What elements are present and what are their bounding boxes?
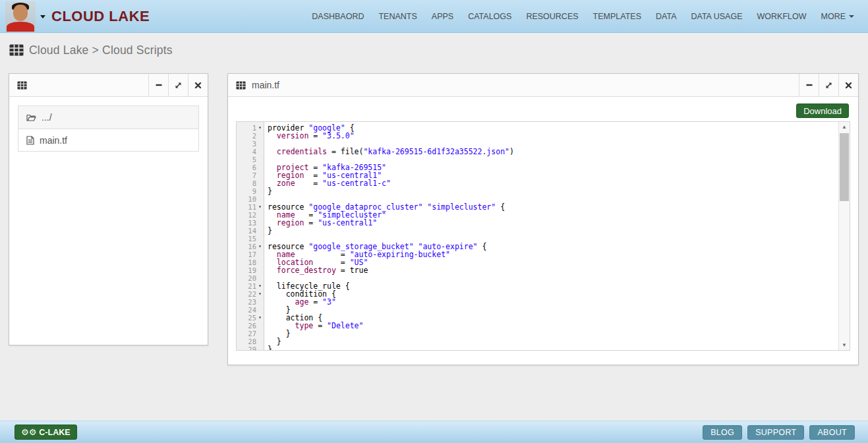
file-item-main.tf[interactable]: main.tf [18,129,198,151]
nav-item-data[interactable]: DATA [649,8,683,25]
file-item-...-[interactable]: .../ [18,106,198,129]
code-editor: 1▾234567891011▾1213141516▾1718192021▾22▾… [236,121,850,351]
line-number: 10 [248,195,256,203]
line-number: 20 [248,274,256,282]
expand-button[interactable] [819,74,838,96]
line-number: 29 [248,345,256,351]
code-line: version = "3.5.0" [268,132,838,140]
fold-toggle-icon[interactable]: ▾ [256,124,264,132]
fold-toggle-icon[interactable]: ▾ [256,314,264,322]
code-line: age = "3" [268,298,838,306]
line-number: 17 [248,251,256,258]
file-browser-header [9,74,208,97]
code-line: zone = "us-central1-c" [268,179,838,187]
code-line: } [268,187,838,195]
code-line: region = "us-central1" [268,219,838,227]
folder-icon [26,113,36,122]
support-button[interactable]: SUPPORT [747,425,804,440]
user-avatar[interactable] [5,1,36,32]
line-number: 7 [252,171,256,179]
line-number: 25 [248,314,256,322]
editor-code-area[interactable]: provider "google" { version = "3.5.0" cr… [264,122,838,350]
code-line: } [268,306,838,314]
code-line [268,274,838,282]
caret-down-icon [849,15,854,18]
line-number: 24 [248,306,256,314]
nav-item-more[interactable]: MORE [814,8,862,25]
expand-button[interactable] [168,74,188,96]
about-button[interactable]: ABOUT [809,425,855,440]
fold-toggle-icon[interactable]: ▾ [256,290,264,298]
code-line: credentials = file("kafka-269515-6d1f32a… [268,148,838,156]
clake-button[interactable]: ⚙⚙ C-LAKE [14,425,77,440]
line-number: 9 [252,187,256,195]
file-browser-panel: .../ main.tf [9,73,208,345]
code-line: lifecycle_rule { [268,282,838,290]
nav-item-resources[interactable]: RESOURCES [519,8,585,25]
line-number: 5 [252,156,256,163]
minimize-button[interactable] [799,74,819,96]
line-number: 18 [248,258,256,266]
nav-item-dashbaord[interactable]: DASHBAORD [304,8,371,25]
code-line: } [268,338,838,345]
line-number: 4 [252,148,256,156]
line-number: 13 [248,219,256,227]
line-number: 12 [248,211,256,219]
code-line: } [268,227,838,235]
code-viewer-panel: main.tf Download 1▾234567891011▾12131415… [227,73,859,365]
close-button[interactable] [838,74,858,96]
breadcrumb-text: Cloud Lake > Cloud Scripts [29,44,173,57]
code-line: force_destroy = true [268,266,838,274]
nav-item-workflow[interactable]: WORKFLOW [750,8,814,25]
code-line: condition { [268,290,838,298]
file-label: .../ [42,112,52,123]
table-icon [9,44,24,56]
line-number: 21 [248,282,256,290]
line-number: 23 [248,298,256,306]
table-icon [236,81,246,90]
nav-item-tenants[interactable]: TENANTS [371,8,424,25]
user-menu-caret-icon[interactable] [40,15,45,18]
line-number: 8 [252,179,256,187]
editor-gutter: 1▾234567891011▾1213141516▾1718192021▾22▾… [237,122,264,350]
fold-toggle-icon[interactable]: ▾ [256,282,264,290]
code-line: type = "Delete" [268,322,838,330]
fold-toggle-icon[interactable]: ▾ [256,203,264,211]
code-line: } [268,345,838,350]
app-title[interactable]: CLOUD LAKE [51,8,150,25]
nav-item-data-usage[interactable]: DATA USAGE [683,8,749,25]
close-button[interactable] [188,74,208,96]
gears-icon: ⚙⚙ [21,428,36,436]
line-number: 11 [248,203,256,211]
panel-title: main.tf [252,80,279,90]
line-number: 26 [248,322,256,330]
line-number: 3 [252,140,256,148]
table-icon [17,81,27,90]
file-list: .../ main.tf [18,105,199,152]
nav-item-apps[interactable]: APPS [424,8,461,25]
line-number: 27 [248,330,256,338]
minimize-button[interactable] [148,74,168,96]
download-button[interactable]: Download [796,103,849,118]
line-number: 2 [252,132,256,140]
code-line: } [268,330,838,338]
scroll-down-icon[interactable]: ▼ [839,340,850,350]
line-number: 15 [248,235,256,243]
blog-button[interactable]: BLOG [703,425,742,440]
line-number: 6 [252,163,256,171]
scroll-up-icon[interactable]: ▲ [839,122,850,132]
line-number: 14 [248,227,256,235]
main-nav: DASHBAORDTENANTSAPPSCATALOGSRESOURCESTEM… [304,8,861,25]
line-number: 22 [248,290,256,298]
line-number: 28 [248,338,256,345]
footer: ⚙⚙ C-LAKE BLOGSUPPORTABOUT [0,421,868,443]
nav-item-templates[interactable]: TEMPLATES [586,8,649,25]
code-viewer-header: main.tf [228,74,858,97]
fold-toggle-icon[interactable]: ▾ [256,243,264,251]
nav-item-catalogs[interactable]: CATALOGS [461,8,519,25]
top-navbar: CLOUD LAKE DASHBAORDTENANTSAPPSCATALOGSR… [0,0,868,33]
editor-scrollbar: ▲ ▼ [838,122,850,350]
file-icon [26,136,34,145]
scrollbar-thumb[interactable] [840,133,849,201]
line-number: 19 [248,266,256,274]
